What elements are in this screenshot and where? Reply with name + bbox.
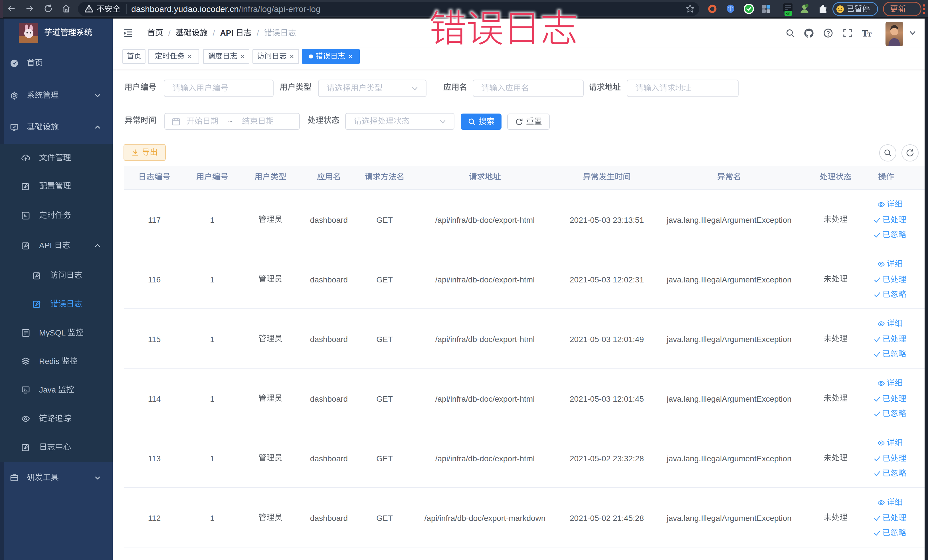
svg-text:on: on [786,11,791,15]
svg-text:T: T [867,31,872,38]
